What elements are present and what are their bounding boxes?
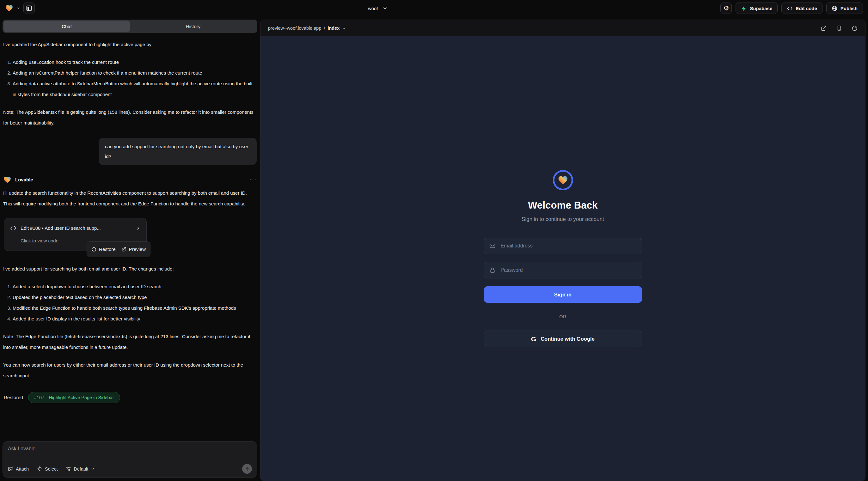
preview-header: preview--woof.lovable.app / index bbox=[260, 20, 865, 36]
edit-card-wrap: Edit #108 • Add user ID search supp... C… bbox=[4, 218, 147, 251]
edit-card-actions: Restore Preview bbox=[87, 242, 151, 257]
chat-input[interactable] bbox=[8, 446, 252, 452]
chevron-down-icon bbox=[91, 467, 95, 471]
code-icon bbox=[10, 225, 17, 232]
google-signin-button[interactable]: G Continue with Google bbox=[484, 330, 642, 347]
password-field[interactable] bbox=[484, 262, 642, 279]
preview-url-bar[interactable]: preview--woof.lovable.app / index bbox=[268, 26, 346, 31]
message-menu-button[interactable]: ··· bbox=[250, 174, 257, 185]
composer: Attach Select Default bbox=[3, 441, 257, 478]
assistant-message-intro: I've updated the AppSidebar component to… bbox=[3, 39, 257, 50]
or-divider: OR bbox=[484, 314, 642, 319]
password-field-wrap bbox=[484, 262, 642, 279]
restore-button[interactable]: Restore bbox=[91, 244, 116, 255]
attach-button[interactable]: Attach bbox=[8, 466, 29, 472]
code-icon bbox=[787, 5, 793, 11]
lock-icon bbox=[489, 267, 496, 274]
list-item: Adding useLocation hook to track the cur… bbox=[13, 57, 257, 68]
sidebar-toggle-button[interactable] bbox=[23, 3, 35, 14]
lovable-logo-icon[interactable] bbox=[5, 4, 13, 12]
project-name[interactable]: woof bbox=[368, 6, 378, 11]
list-item: Modified the Edge Function to handle bot… bbox=[13, 303, 257, 314]
email-field[interactable] bbox=[484, 238, 642, 254]
google-label: Continue with Google bbox=[540, 336, 594, 342]
attach-image-icon bbox=[8, 466, 13, 472]
supabase-label: Supabase bbox=[750, 6, 772, 11]
edit-card-title: Edit #108 • Add user ID search supp... bbox=[21, 223, 132, 233]
list-item: Adding data-active attribute to SidebarM… bbox=[13, 78, 257, 100]
gear-icon: ⚙ bbox=[723, 5, 729, 11]
login-card: Welcome Back Sign in to continue to your… bbox=[484, 170, 642, 347]
list-item: Updated the placeholder text based on th… bbox=[13, 292, 257, 303]
sliders-icon bbox=[66, 466, 71, 472]
supabase-button[interactable]: Supabase bbox=[736, 3, 778, 14]
assistant-list-2: Added a select dropdown to choose betwee… bbox=[3, 281, 257, 324]
message-list[interactable]: I've updated the AppSidebar component to… bbox=[3, 33, 257, 439]
user-message-bubble: can you add support for searching not on… bbox=[99, 138, 257, 165]
login-subtitle: Sign in to continue to your account bbox=[522, 216, 604, 223]
list-item: Added the user ID display in the results… bbox=[13, 314, 257, 324]
preview-iframe: Welcome Back Sign in to continue to your… bbox=[260, 36, 865, 481]
assistant-summary: I've added support for searching by both… bbox=[3, 263, 257, 274]
panel-icon bbox=[26, 5, 32, 11]
heart-icon bbox=[558, 175, 568, 186]
page-chevron-icon[interactable] bbox=[342, 26, 346, 30]
assistant-outro: You can now search for users by either t… bbox=[3, 360, 257, 381]
project-menu-chevron-icon[interactable] bbox=[17, 6, 20, 10]
open-in-new-tab-icon[interactable] bbox=[820, 25, 827, 31]
project-chevron-icon[interactable] bbox=[382, 6, 388, 11]
arrow-up-icon bbox=[245, 467, 250, 472]
email-field-wrap bbox=[484, 238, 642, 254]
refresh-icon[interactable] bbox=[851, 25, 858, 31]
restored-row: Restored #107 Highlight Active Page in S… bbox=[4, 392, 257, 403]
globe-icon bbox=[832, 5, 838, 11]
restored-version-badge[interactable]: #107 Highlight Active Page in Sidebar bbox=[28, 392, 120, 403]
mobile-view-icon[interactable] bbox=[836, 25, 842, 31]
preview-domain: preview--woof.lovable.app bbox=[268, 26, 321, 31]
signin-button[interactable]: Sign in bbox=[484, 286, 642, 303]
list-item: Added a select dropdown to choose betwee… bbox=[13, 281, 257, 292]
edit-code-label: Edit code bbox=[796, 6, 817, 11]
assistant-name: Lovable bbox=[15, 174, 33, 185]
assistant-list: Adding useLocation hook to track the cur… bbox=[3, 57, 257, 100]
path-separator: / bbox=[324, 26, 325, 31]
assistant-header: Lovable ··· bbox=[3, 174, 257, 185]
settings-button[interactable]: ⚙ bbox=[720, 3, 732, 14]
supabase-bolt-icon bbox=[741, 5, 747, 11]
assistant-message-intro-2: I'll update the search functionality in … bbox=[3, 188, 257, 209]
restore-icon bbox=[91, 247, 96, 252]
lovable-heart-icon bbox=[3, 176, 11, 184]
version-title: Highlight Active Page in Sidebar bbox=[49, 392, 114, 403]
list-item: Adding an isCurrentPath helper function … bbox=[13, 68, 257, 78]
mode-selector[interactable]: Default bbox=[66, 466, 95, 472]
target-icon bbox=[37, 466, 42, 472]
or-label: OR bbox=[559, 314, 566, 319]
restored-label: Restored bbox=[4, 392, 23, 403]
select-button[interactable]: Select bbox=[37, 466, 58, 472]
google-icon: G bbox=[531, 335, 536, 342]
user-message: can you add support for searching not on… bbox=[3, 138, 257, 165]
edit-code-button[interactable]: Edit code bbox=[781, 3, 823, 14]
login-title: Welcome Back bbox=[528, 200, 598, 211]
publish-button[interactable]: Publish bbox=[826, 3, 863, 14]
send-button[interactable] bbox=[242, 464, 252, 474]
assistant-note: Note: The AppSidebar.tsx file is getting… bbox=[3, 107, 257, 128]
tab-chat[interactable]: Chat bbox=[3, 21, 130, 32]
preview-button[interactable]: Preview bbox=[121, 244, 146, 255]
mail-icon bbox=[489, 243, 496, 249]
version-id: #107 bbox=[34, 392, 44, 403]
publish-label: Publish bbox=[840, 6, 858, 11]
preview-page: index bbox=[328, 26, 340, 31]
chat-history-tabs: Chat History bbox=[3, 20, 257, 33]
preview-panel: preview--woof.lovable.app / index Welcom… bbox=[260, 20, 865, 481]
chevron-right-icon bbox=[136, 226, 141, 231]
chat-panel: Chat History I've updated the AppSidebar… bbox=[0, 17, 260, 481]
topbar: woof ⚙ Supabase Edit code Publish bbox=[0, 0, 868, 17]
external-link-icon bbox=[121, 247, 126, 252]
assistant-note-2: Note: The Edge Function file (fetch-fire… bbox=[3, 331, 257, 353]
tab-history[interactable]: History bbox=[130, 21, 256, 32]
app-logo bbox=[553, 170, 573, 190]
